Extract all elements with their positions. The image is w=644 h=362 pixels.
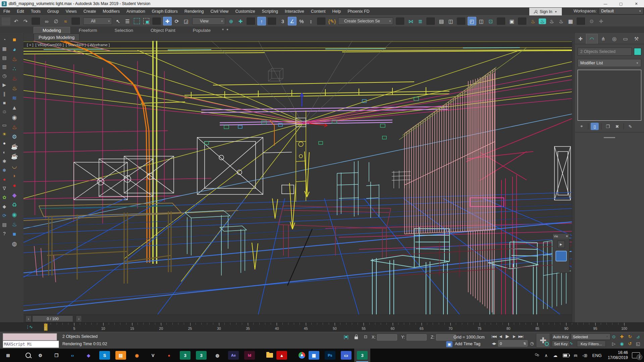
left-toolbar-icon[interactable]: ♨ — [9, 220, 19, 229]
left-toolbar-icon[interactable]: ☕ — [9, 142, 19, 152]
maxscript-mini-listener-pink[interactable] — [3, 333, 57, 341]
play-animation-button[interactable]: ▶ — [504, 333, 510, 339]
y-coordinate-field[interactable] — [407, 334, 427, 341]
left-toolbar-icon[interactable]: ● — [0, 175, 8, 184]
timeline-ruler[interactable]: 0510152025303540455055606570758085909510… — [23, 323, 644, 332]
task-view-button[interactable]: ❐ — [48, 349, 64, 362]
left-toolbar-icon[interactable]: ■ — [0, 98, 8, 107]
pinned-app-orange[interactable]: ▤ — [113, 349, 129, 362]
left-toolbar-icon[interactable]: ≋ — [9, 93, 19, 103]
action-center-icon[interactable]: 2 — [632, 352, 640, 358]
zoom-extents-all-button[interactable]: ↻ — [626, 333, 634, 340]
ribbon-minimize-caret[interactable]: ▾ — [222, 27, 224, 31]
clock[interactable]: 16:46 17/08/2019 — [604, 350, 631, 360]
absolute-offset-toggle[interactable]: ⊡ — [362, 334, 369, 340]
toggle-scene-explorer-button[interactable]: ▤ — [437, 17, 446, 25]
left-toolbar-icon[interactable]: ◷ — [0, 71, 8, 80]
autodesk-360-gallery-button[interactable]: ▦ — [566, 17, 575, 25]
maximize-viewport-toggle[interactable]: ◱ — [634, 340, 642, 347]
render-production-button[interactable]: ♨ — [547, 17, 556, 25]
z-coordinate-field[interactable] — [436, 334, 456, 341]
curve-editor-button[interactable]: ◰ — [468, 17, 476, 25]
left-toolbar-icon[interactable]: ▥ — [0, 62, 8, 71]
pan-view-button[interactable]: ▷ — [610, 340, 618, 347]
left-toolbar-icon[interactable]: ✱ — [0, 157, 8, 166]
sign-in-button[interactable]: Sign In ▼ — [529, 8, 562, 16]
pinned-app-red-sphere[interactable]: ● — [161, 349, 177, 362]
current-frame-field[interactable]: 0⇅ — [498, 340, 528, 347]
menu-item[interactable]: Customize — [232, 7, 258, 15]
select-and-scale-button[interactable]: ◲ — [182, 17, 191, 25]
key-filters-button[interactable]: Key Filters... — [577, 341, 606, 347]
left-toolbar-icon[interactable]: ◐ — [0, 147, 8, 157]
viewport-renderer-menu[interactable]: [ Standard ] — [66, 43, 86, 47]
close-icon[interactable]: ✕ — [566, 235, 568, 238]
left-toolbar-icon[interactable]: ♨ — [9, 74, 19, 83]
left-toolbar-icon[interactable]: ◍ — [9, 239, 19, 249]
display-tab[interactable]: ▭ — [620, 34, 631, 44]
menu-item[interactable]: Phoenix FD — [344, 7, 373, 15]
left-toolbar-icon[interactable]: ∇ — [0, 184, 8, 193]
left-toolbar-icon[interactable]: ▤ — [0, 220, 8, 229]
left-toolbar-icon[interactable]: ◔ — [0, 35, 8, 44]
pinned-app-indesign[interactable]: Id — [241, 349, 258, 362]
key-selection-dropdown[interactable]: Selected▼ — [571, 334, 610, 340]
pinned-app-3dsmax-2[interactable]: 3 — [193, 349, 209, 362]
key-mode-toggle[interactable]: ◀▶ — [491, 341, 497, 347]
walk-through-button[interactable]: ◉ — [618, 340, 626, 347]
left-toolbar-icon[interactable] — [0, 116, 8, 120]
left-toolbar-icon[interactable]: ☕ — [9, 152, 19, 161]
left-toolbar-icon[interactable]: ◗ — [9, 171, 19, 181]
ribbon-tab-selection[interactable]: Selection — [106, 27, 142, 34]
named-selection-sets-dropdown[interactable]: Create Selection Se — [338, 17, 393, 25]
align-button[interactable]: ≣ — [416, 17, 425, 25]
object-color-swatch[interactable] — [634, 48, 641, 55]
left-toolbar-icon[interactable]: ▶ — [0, 80, 8, 89]
add-time-tag-button[interactable]: Add Time Tag — [455, 342, 480, 346]
menu-item[interactable]: Create — [80, 7, 100, 15]
left-toolbar-icon[interactable]: ▲ — [9, 103, 19, 113]
selection-lock-toggle[interactable] — [353, 334, 360, 340]
pinned-app-acrobat[interactable]: ▲ — [274, 349, 290, 362]
pinned-app-3dsmax-1[interactable]: 3 — [177, 349, 193, 362]
utilities-tab[interactable]: ⚒ — [631, 34, 642, 44]
maxscript-mini-listener[interactable]: MAXScript Mi — [3, 341, 59, 348]
ribbon-tab-object-paint[interactable]: Object Paint — [142, 27, 184, 34]
x-coordinate-field[interactable] — [377, 334, 397, 341]
zoom-button[interactable]: ⊙ — [610, 333, 618, 340]
onedrive-icon[interactable]: ☁ — [550, 353, 560, 358]
show-end-result-button[interactable]: ▯ — [591, 123, 599, 130]
taskbar-active-3dsmax[interactable]: 3 — [354, 349, 370, 362]
polygon-modeling-panel-tab[interactable]: Polygon Modeling — [34, 34, 79, 41]
ribbon-tab-modeling[interactable]: Modeling — [34, 27, 70, 34]
next-frame-arrow[interactable]: › — [76, 315, 82, 322]
menu-item[interactable]: Civil View — [207, 7, 232, 15]
previous-frame-button[interactable]: ◀| — [498, 333, 503, 339]
search-button[interactable] — [16, 349, 32, 362]
pinned-app-photoshop[interactable]: Ps — [322, 349, 338, 362]
left-toolbar-icon[interactable]: ▦ — [0, 44, 8, 53]
bind-to-space-warp-button[interactable]: ≈ — [61, 17, 70, 25]
render-iterative-button[interactable]: ♨ — [557, 17, 566, 25]
viewport-general-menu[interactable]: [ + ] — [27, 43, 34, 47]
left-toolbar-icon[interactable]: ♨ — [9, 54, 19, 64]
left-toolbar-icon[interactable]: ◆ — [0, 202, 8, 211]
pinned-app-vscode[interactable]: ‹› — [64, 349, 80, 362]
left-toolbar-icon[interactable]: ● — [9, 181, 19, 190]
percent-snap-toggle[interactable]: % — [297, 17, 306, 25]
menu-item[interactable]: Interactive — [281, 7, 308, 15]
object-name-field[interactable]: 2 Objects Selected — [578, 48, 632, 56]
left-toolbar-icon[interactable]: ◉ — [9, 113, 19, 122]
selection-filter-dropdown[interactable]: All — [83, 17, 112, 25]
unlink-selection-button[interactable]: ∅ — [52, 17, 60, 25]
left-toolbar-icon[interactable]: ♻ — [9, 200, 19, 210]
next-frame-button[interactable]: |▶ — [511, 333, 517, 339]
volume-icon[interactable]: ◁))) — [580, 354, 590, 357]
menu-item[interactable]: Graph Editors — [149, 7, 181, 15]
reference-coordinate-system-dropdown[interactable]: View — [192, 17, 225, 25]
angle-snap-toggle[interactable]: ∠ — [288, 17, 297, 25]
go-to-start-button[interactable]: |◀◀ — [491, 333, 497, 339]
go-to-end-button[interactable]: ▶▶| — [518, 333, 524, 339]
pinned-app-v[interactable]: V — [145, 349, 161, 362]
select-by-name-button[interactable]: ☰ — [123, 17, 132, 25]
